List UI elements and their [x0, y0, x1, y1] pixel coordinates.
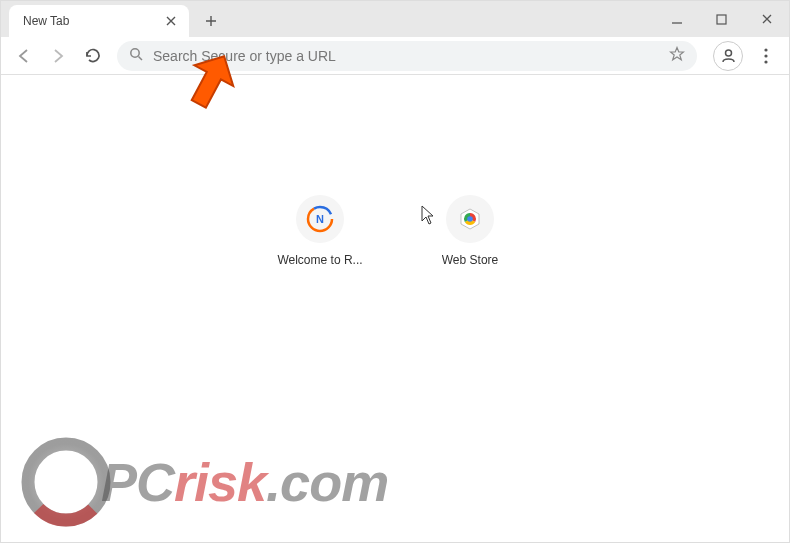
watermark-text: PCrisk.com [101, 451, 388, 513]
svg-rect-0 [717, 15, 726, 24]
shortcut-tile[interactable]: N Welcome to R... [265, 195, 375, 267]
kebab-menu-button[interactable] [751, 41, 781, 71]
browser-tab[interactable]: New Tab [9, 5, 189, 37]
window-controls [654, 1, 789, 37]
tab-strip: New Tab [1, 1, 789, 37]
bookmark-star-icon[interactable] [669, 46, 685, 65]
shortcut-tile[interactable]: Web Store [415, 195, 525, 267]
reload-button[interactable] [77, 41, 107, 71]
forward-button[interactable] [43, 41, 73, 71]
profile-button[interactable] [713, 41, 743, 71]
shortcut-label: Welcome to R... [277, 253, 362, 267]
search-icon [129, 47, 143, 64]
maximize-button[interactable] [699, 4, 744, 34]
watermark-logo-icon [21, 437, 111, 527]
close-tab-icon[interactable] [163, 13, 179, 29]
new-tab-button[interactable] [197, 7, 225, 35]
toolbar: Search Secure or type a URL [1, 37, 789, 75]
minimize-button[interactable] [654, 4, 699, 34]
svg-point-3 [764, 48, 767, 51]
svg-point-4 [764, 54, 767, 57]
tab-title: New Tab [23, 14, 163, 28]
svg-point-2 [725, 50, 731, 56]
shortcuts-grid: N Welcome to R... Web Store [265, 195, 525, 267]
address-bar[interactable]: Search Secure or type a URL [117, 41, 697, 71]
svg-point-1 [131, 49, 139, 57]
svg-point-10 [467, 216, 473, 222]
svg-point-5 [764, 60, 767, 63]
shortcut-icon: N [296, 195, 344, 243]
shortcut-label: Web Store [442, 253, 498, 267]
close-window-button[interactable] [744, 4, 789, 34]
back-button[interactable] [9, 41, 39, 71]
address-bar-placeholder: Search Secure or type a URL [153, 48, 669, 64]
shortcut-icon [446, 195, 494, 243]
svg-text:N: N [316, 213, 324, 225]
watermark: PCrisk.com [21, 437, 388, 527]
